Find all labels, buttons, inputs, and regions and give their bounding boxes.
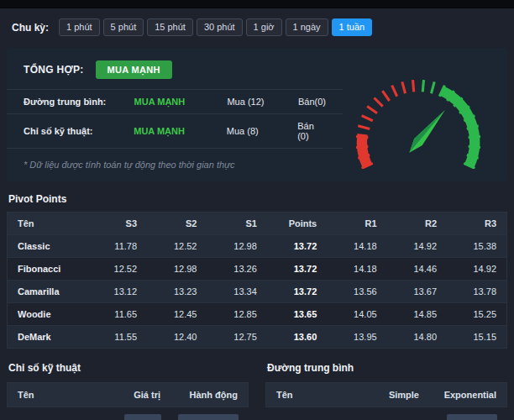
pivot-cell: 14.92 [447,258,506,281]
pivot-cell: 13.65 [267,303,327,326]
pivot-header: R1 [327,213,386,235]
period-button-1-ngay[interactable]: 1 ngày [286,18,328,36]
pivot-cell: 12.52 [87,258,147,281]
pivot-cell: 12.75 [207,326,266,349]
column-header: Tên [18,390,92,400]
summary-panel: TỔNG HỢP: MUA MẠNH Đường trung bình: MUA… [7,48,507,181]
gauge-needle [409,110,445,153]
technical-indicators-header-row: Tên Giá trị Hành động [7,382,249,407]
moving-averages-title: Đường trung bình [265,354,507,382]
pivot-cell: 15.25 [447,303,506,326]
pivot-cell: 13.72 [267,281,327,303]
pivot-cell: 13.72 [267,258,327,281]
pivot-points-title: Pivot Points [0,181,514,212]
sentiment-gauge [343,60,494,169]
pivot-cell: 11.78 [87,235,147,258]
pivot-name: Camarilla [8,281,87,303]
pivot-header: Points [267,213,327,235]
summary-row-moving-averages: Đường trung bình: MUA MẠNH Mua (12) Bán(… [7,89,343,113]
pivot-cell: 13.67 [387,281,447,303]
pivot-cell: 13.26 [207,258,266,281]
pivot-cell: 13.12 [87,281,147,303]
pivot-header: S2 [147,213,207,235]
pivot-cell: 13.78 [447,281,506,303]
column-header: Hành động [160,390,238,400]
pivot-cell: 14.18 [327,258,386,281]
pivot-name: DeMark [8,326,87,349]
pivot-cell: 15.15 [447,326,506,349]
column-header: Tên [276,390,350,400]
pivot-cell: 12.98 [207,235,266,258]
pivot-cell: 14.46 [387,258,447,281]
table-row: Camarilla 13.12 13.23 13.34 13.72 13.56 … [8,281,507,303]
table-row-partial [7,407,249,420]
table-row: Woodie 11.65 12.45 12.85 13.65 14.05 14.… [8,303,507,326]
gauge-svg [343,60,494,169]
row-buy-count: Mua (12) [227,97,298,107]
pivot-header: R3 [447,213,506,235]
period-button-5-phut[interactable]: 5 phút [103,18,144,36]
pivot-header: Tên [8,213,87,235]
pivot-header: R2 [387,213,447,235]
pivot-name: Classic [8,235,87,258]
table-row: Classic 11.78 12.52 12.98 13.72 14.18 14… [8,235,507,258]
pivot-cell: 12.98 [147,258,207,281]
bottom-panels: Chỉ số kỹ thuật Tên Giá trị Hành động Đư… [7,354,507,420]
overall-signal-badge: MUA MẠNH [96,60,172,79]
gauge-ticks [356,80,480,168]
pivot-cell: 13.34 [207,281,266,303]
pivot-cell: 13.60 [267,326,327,349]
summary-title: TỔNG HỢP: [24,64,84,76]
table-row-partial [265,407,507,420]
summary-rows: Đường trung bình: MUA MẠNH Mua (12) Bán(… [7,89,343,149]
period-selector: Chu kỳ: 1 phút 5 phút 15 phút 30 phút 1 … [0,8,514,43]
pivot-name: Woodie [8,303,87,326]
pivot-cell: 13.95 [327,326,386,349]
pivot-cell: 14.80 [387,326,447,349]
column-header: Exponential [419,390,496,400]
pivot-cell: 14.85 [387,303,447,326]
summary-row-technical-indicators: Chỉ số kỹ thuật: MUA MẠNH Mua (8) Bán (0… [7,113,343,149]
row-signal: MUA MẠNH [134,126,227,136]
table-row: DeMark 11.55 12.40 12.75 13.60 13.95 14.… [8,326,507,349]
period-button-15-phut[interactable]: 15 phút [147,18,193,36]
row-sell-count: Bán(0) [298,97,326,107]
pivot-header: S3 [87,213,147,235]
pivot-cell: 13.72 [267,235,327,258]
pivot-cell: 12.40 [147,326,207,349]
pivot-cell: 14.05 [327,303,386,326]
row-sell-count: Bán (0) [297,121,326,141]
pivot-cell: 13.56 [327,281,386,303]
technical-indicators-panel: Chỉ số kỹ thuật Tên Giá trị Hành động [7,354,249,420]
moving-averages-header-row: Tên Simple Exponential [265,382,507,407]
pivot-cell: 14.18 [327,235,386,258]
period-button-30-phut[interactable]: 30 phút [197,18,243,36]
period-button-1-gio[interactable]: 1 giờ [246,18,282,36]
technical-indicators-title: Chỉ số kỹ thuật [7,354,249,382]
period-button-1-phut[interactable]: 1 phút [59,18,100,36]
row-label: Chỉ số kỹ thuật: [24,126,134,136]
moving-averages-panel: Đường trung bình Tên Simple Exponential [265,354,507,420]
row-buy-count: Mua (8) [227,126,297,136]
pivot-header: S1 [207,213,266,235]
pivot-cell: 13.23 [147,281,207,303]
period-button-1-tuan[interactable]: 1 tuần [332,18,373,36]
pivot-cell: 12.85 [207,303,266,326]
row-label: Đường trung bình: [24,97,134,107]
table-row: Fibonacci 12.52 12.98 13.26 13.72 14.18 … [8,258,507,281]
column-header: Simple [350,390,419,400]
pivot-cell: 15.38 [447,235,506,258]
gauge-green-band [442,91,475,165]
column-header: Giá trị [92,390,160,400]
pivot-cell: 12.45 [147,303,207,326]
pivot-cell: 14.92 [387,235,447,258]
pivot-name: Fibonacci [8,258,87,281]
pivot-cell: 11.65 [87,303,147,326]
pivot-header-row: Tên S3 S2 S1 Points R1 R2 R3 [8,213,507,235]
pivot-points-table: Tên S3 S2 S1 Points R1 R2 R3 Classic 11.… [7,212,507,349]
pivot-cell: 12.52 [147,235,207,258]
gauge-red-band [362,134,367,166]
pivot-cell: 11.55 [87,326,147,349]
period-label: Chu kỳ: [12,22,49,34]
top-bar [0,0,514,8]
